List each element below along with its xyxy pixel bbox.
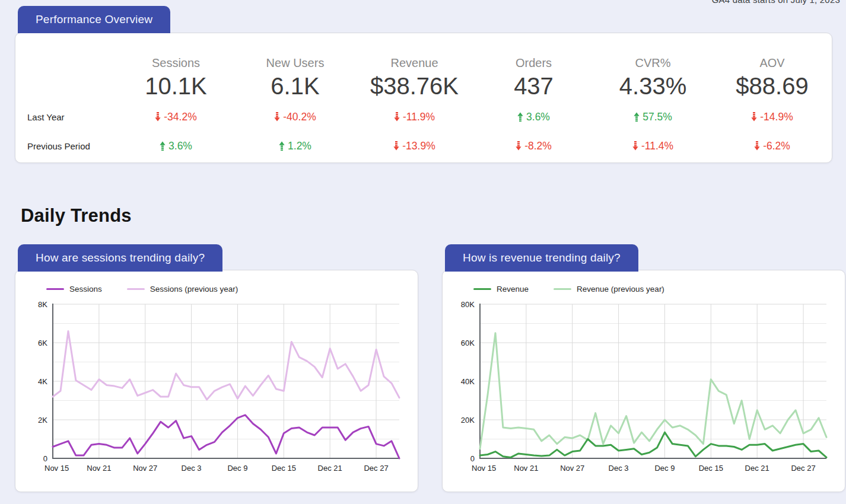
legend-item-sessions: Sessions xyxy=(46,285,102,294)
arrow-down-icon xyxy=(155,112,161,122)
svg-text:Dec 9: Dec 9 xyxy=(227,464,247,473)
svg-text:Dec 9: Dec 9 xyxy=(654,464,675,473)
svg-text:Nov 15: Nov 15 xyxy=(44,464,69,473)
legend-label-revenue-previous-year: Revenue (previous year) xyxy=(577,285,664,294)
delta-orders-last-year: 3.6% xyxy=(474,111,593,123)
row-label-last-year: Last Year xyxy=(27,112,116,122)
metric-label-sessions: Sessions xyxy=(116,56,236,70)
metric-label-orders: Orders xyxy=(474,56,593,70)
svg-text:0: 0 xyxy=(43,454,47,463)
svg-text:Dec 15: Dec 15 xyxy=(272,464,296,473)
svg-text:40K: 40K xyxy=(461,377,475,386)
revenue-line-chart[interactable]: 020K40K60K80KNov 15Nov 21Nov 27Dec 3Dec … xyxy=(451,298,836,477)
performance-overview-tab: Performance Overview xyxy=(18,6,170,33)
metric-value-orders: 437 xyxy=(474,73,593,100)
arrow-down-icon xyxy=(274,112,280,122)
svg-text:Dec 3: Dec 3 xyxy=(609,464,629,473)
metric-label-cvr: CVR% xyxy=(593,56,713,70)
scorecard-grid: Last Year Previous Period Sessions 10.1K… xyxy=(15,33,832,162)
svg-text:Dec 27: Dec 27 xyxy=(791,464,815,473)
svg-text:0: 0 xyxy=(470,454,475,463)
sessions-chart-tab-label: How are sessions trending daily? xyxy=(36,251,205,264)
performance-overview-card: Last Year Previous Period Sessions 10.1K… xyxy=(15,33,832,163)
arrow-up-icon xyxy=(279,141,285,151)
delta-aov-previous-period: -6.2% xyxy=(713,140,832,152)
metric-value-cvr: 4.33% xyxy=(593,73,713,100)
legend-item-revenue-previous-year: Revenue (previous year) xyxy=(554,285,664,294)
delta-cvr-last-year: 57.5% xyxy=(593,111,713,123)
performance-overview-tab-label: Performance Overview xyxy=(36,13,152,26)
svg-text:4K: 4K xyxy=(38,377,47,386)
delta-sessions-last-year: -34.2% xyxy=(116,111,236,123)
daily-trends-heading: Daily Trends xyxy=(21,205,132,227)
sessions-chart-legend: Sessions Sessions (previous year) xyxy=(15,270,418,294)
sessions-line-chart[interactable]: 02K4K6K8KNov 15Nov 21Nov 27Dec 3Dec 9Dec… xyxy=(24,298,409,477)
svg-text:80K: 80K xyxy=(461,300,475,309)
svg-text:6K: 6K xyxy=(38,339,47,347)
svg-text:60K: 60K xyxy=(461,339,475,347)
metric-label-revenue: Revenue xyxy=(355,56,474,70)
legend-label-sessions: Sessions xyxy=(69,285,102,294)
delta-orders-previous-period: -8.2% xyxy=(474,140,593,152)
data-start-note: GA4 data starts on July 1, 2023 xyxy=(712,0,840,5)
arrow-up-icon xyxy=(634,112,640,122)
sessions-chart-card: Sessions Sessions (previous year) 02K4K6… xyxy=(15,270,418,492)
metric-value-new-users: 6.1K xyxy=(236,73,355,100)
revenue-chart-card: Revenue Revenue (previous year) 020K40K6… xyxy=(442,270,845,492)
sessions-line-swatch xyxy=(46,288,64,291)
revenue-chart-legend: Revenue Revenue (previous year) xyxy=(443,270,845,294)
dashboard-page: { "note": { "text": "GA4 data starts on … xyxy=(0,0,846,504)
revenue-line-swatch xyxy=(473,288,491,291)
delta-aov-last-year: -14.9% xyxy=(713,111,832,123)
svg-text:Dec 21: Dec 21 xyxy=(318,464,342,473)
legend-label-sessions-previous-year: Sessions (previous year) xyxy=(150,285,238,294)
svg-text:Dec 15: Dec 15 xyxy=(699,464,723,473)
delta-cvr-previous-period: -11.4% xyxy=(593,140,713,152)
svg-text:Nov 27: Nov 27 xyxy=(560,464,584,473)
delta-revenue-previous-period: -13.9% xyxy=(355,140,474,152)
svg-text:Dec 27: Dec 27 xyxy=(364,464,388,473)
arrow-down-icon xyxy=(751,112,757,122)
svg-text:8K: 8K xyxy=(38,300,47,309)
metric-value-aov: $88.69 xyxy=(713,73,832,100)
row-label-previous-period: Previous Period xyxy=(27,141,116,151)
svg-text:Dec 3: Dec 3 xyxy=(182,464,202,473)
metric-value-revenue: $38.76K xyxy=(355,73,474,100)
delta-new-users-last-year: -40.2% xyxy=(236,111,355,123)
arrow-down-icon xyxy=(394,112,400,122)
arrow-down-icon xyxy=(632,141,638,151)
legend-label-revenue: Revenue xyxy=(497,285,529,294)
svg-text:2K: 2K xyxy=(38,416,47,425)
legend-item-revenue: Revenue xyxy=(473,285,529,294)
revenue-prev-line-swatch xyxy=(554,288,571,291)
revenue-chart-tab: How is revenue trending daily? xyxy=(445,244,638,272)
svg-text:Dec 21: Dec 21 xyxy=(745,464,769,473)
svg-text:Nov 27: Nov 27 xyxy=(133,464,157,473)
arrow-down-icon xyxy=(393,141,399,151)
arrow-down-icon xyxy=(754,141,760,151)
metric-value-sessions: 10.1K xyxy=(116,73,236,100)
metric-label-new-users: New Users xyxy=(236,56,355,70)
legend-item-sessions-previous-year: Sessions (previous year) xyxy=(127,285,238,294)
arrow-up-icon xyxy=(517,112,523,122)
sessions-chart-tab: How are sessions trending daily? xyxy=(18,244,222,272)
sessions-prev-line-swatch xyxy=(127,288,145,291)
svg-text:Nov 21: Nov 21 xyxy=(514,464,538,473)
delta-new-users-previous-period: 1.2% xyxy=(236,140,355,152)
arrow-down-icon xyxy=(516,141,521,151)
arrow-up-icon xyxy=(160,141,166,151)
svg-text:20K: 20K xyxy=(461,416,475,425)
delta-sessions-previous-period: 3.6% xyxy=(116,140,236,152)
metric-label-aov: AOV xyxy=(713,56,832,70)
svg-text:Nov 15: Nov 15 xyxy=(472,464,496,473)
svg-text:Nov 21: Nov 21 xyxy=(87,464,111,473)
delta-revenue-last-year: -11.9% xyxy=(355,111,474,123)
revenue-chart-tab-label: How is revenue trending daily? xyxy=(463,251,621,264)
